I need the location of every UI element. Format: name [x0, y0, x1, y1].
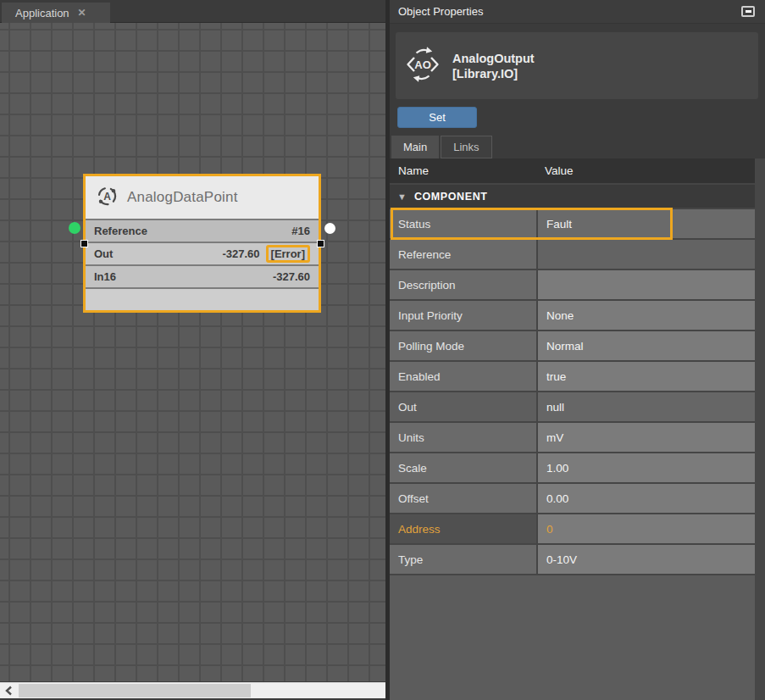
property-row-description[interactable]: Description [390, 270, 755, 301]
property-row-status[interactable]: StatusFault [390, 209, 755, 240]
selection-handle-right[interactable] [317, 240, 324, 247]
analog-datapoint-icon: A [97, 186, 118, 210]
node-row-label: Out [94, 247, 222, 260]
property-name: Description [390, 270, 536, 299]
node-header[interactable]: A AnalogDataPoint [86, 176, 319, 219]
property-row-units[interactable]: UnitsmV [390, 423, 755, 453]
node-row-label: Reference [94, 225, 291, 237]
property-value[interactable]: null [536, 392, 755, 421]
horizontal-scrollbar[interactable] [0, 682, 385, 698]
property-value[interactable]: mV [536, 423, 755, 452]
property-row-enabled[interactable]: Enabledtrue [390, 362, 755, 392]
group-row-component[interactable]: ▼ COMPONENT [390, 185, 755, 209]
property-value[interactable]: Normal [536, 331, 755, 360]
property-rows: StatusFaultReferenceDescriptionInput Pri… [390, 209, 755, 575]
property-name: Input Priority [390, 301, 536, 330]
property-name: Type [390, 545, 536, 574]
property-row-polling-mode[interactable]: Polling ModeNormal [390, 331, 755, 362]
wiresheet-canvas[interactable]: A AnalogDataPoint Reference #16 Out -327… [0, 23, 385, 681]
node-row-label: In16 [94, 270, 273, 283]
wiresheet-pane: Application ✕ A AnalogDataPoint Referenc… [0, 0, 385, 700]
panel-title: Object Properties [398, 5, 741, 18]
property-value[interactable]: Fault [536, 209, 755, 238]
property-row-offset[interactable]: Offset0.00 [390, 484, 755, 514]
object-library: [Library.IO] [452, 66, 535, 81]
property-name: Units [390, 423, 536, 452]
selection-handle-left[interactable] [80, 240, 88, 247]
object-properties-panel: Object Properties AO AnalogOutput [Libra… [390, 0, 765, 700]
property-row-type[interactable]: Type0-10V [390, 545, 755, 575]
property-value[interactable]: true [536, 362, 755, 391]
tab-links[interactable]: Links [441, 136, 491, 158]
property-value[interactable] [536, 240, 755, 269]
tab-application-label: Application [15, 7, 69, 19]
property-name: Status [390, 209, 536, 238]
node-analogdatapoint[interactable]: A AnalogDataPoint Reference #16 Out -327… [83, 174, 321, 313]
node-footer [86, 287, 319, 310]
node-title: AnalogDataPoint [127, 189, 238, 206]
tab-main[interactable]: Main [391, 136, 439, 158]
table-header-row: Name Value [390, 158, 755, 185]
scrollbar-thumb[interactable] [19, 684, 251, 697]
property-name: Address [390, 514, 536, 543]
set-button[interactable]: Set [397, 107, 477, 128]
node-row-out[interactable]: Out -327.60 [Error] [86, 242, 319, 264]
node-row-reference[interactable]: Reference #16 [86, 219, 319, 242]
table-empty-area [390, 575, 755, 700]
object-name: AnalogOutput [452, 51, 535, 66]
property-name: Polling Mode [390, 331, 536, 360]
error-badge: [Error] [266, 245, 310, 263]
scroll-left-arrow-icon[interactable] [0, 683, 17, 698]
property-name: Scale [390, 453, 536, 482]
group-label: COMPONENT [414, 191, 488, 203]
property-row-reference[interactable]: Reference [390, 240, 755, 270]
analog-output-icon: AO [404, 44, 441, 88]
tab-application[interactable]: Application ✕ [2, 3, 110, 23]
column-header-name: Name [390, 164, 536, 177]
svg-text:A: A [103, 190, 111, 202]
property-value[interactable]: 1.00 [536, 453, 755, 482]
properties-tabs: Main Links [391, 136, 765, 158]
node-row-value: #16 [291, 225, 310, 237]
property-name: Reference [390, 240, 536, 269]
property-value[interactable] [536, 270, 755, 299]
close-icon[interactable]: ✕ [78, 8, 86, 18]
property-row-out[interactable]: Outnull [390, 392, 755, 423]
vertical-scrollbar-track[interactable] [755, 158, 765, 700]
properties-table: Name Value ▼ COMPONENT StatusFaultRefere… [390, 158, 755, 700]
property-value[interactable]: 0 [536, 514, 755, 543]
property-value[interactable]: 0.00 [536, 484, 755, 513]
property-name: Out [390, 392, 536, 421]
node-row-value: -327.60 [273, 270, 310, 283]
dock-window-icon[interactable] [741, 6, 755, 17]
property-value[interactable]: 0-10V [536, 545, 755, 574]
node-row-value: -327.60 [222, 247, 259, 260]
panel-titlebar: Object Properties [390, 0, 765, 24]
object-header-card: AO AnalogOutput [Library.IO] [396, 32, 758, 99]
column-header-value: Value [536, 164, 574, 177]
input-port[interactable] [69, 222, 80, 234]
document-tabbar: Application ✕ [0, 0, 385, 23]
output-port[interactable] [324, 223, 335, 234]
property-name: Enabled [390, 362, 536, 391]
property-row-input-priority[interactable]: Input PriorityNone [390, 301, 755, 331]
collapse-caret-icon[interactable]: ▼ [397, 192, 407, 202]
property-row-scale[interactable]: Scale1.00 [390, 453, 755, 484]
property-row-address[interactable]: Address0 [390, 514, 755, 545]
node-row-in16[interactable]: In16 -327.60 [86, 264, 319, 287]
property-name: Offset [390, 484, 536, 513]
property-value[interactable]: None [536, 301, 755, 330]
svg-text:AO: AO [414, 58, 431, 70]
